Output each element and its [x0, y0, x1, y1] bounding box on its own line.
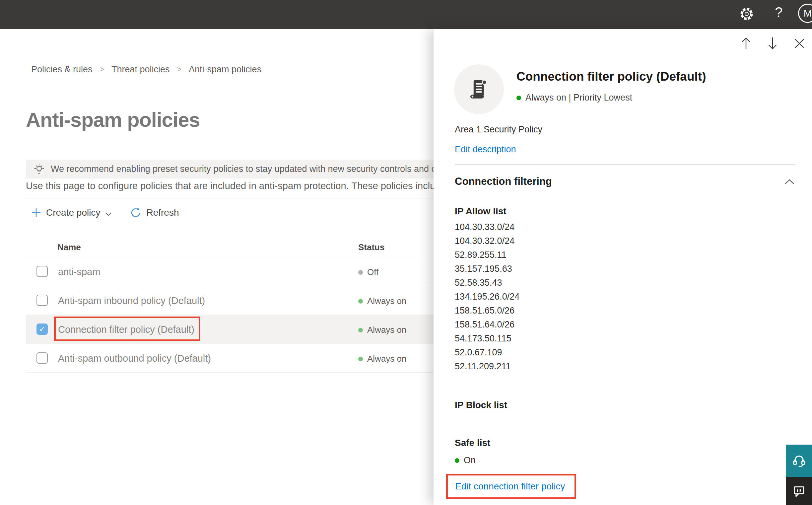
flyout-status: Always on | Priority Lowest	[517, 93, 632, 103]
status-dot	[358, 357, 363, 361]
column-header-name[interactable]: Name	[57, 242, 81, 252]
app-window: ? M Policies & rules>Threat policies>Ant…	[0, 0, 812, 505]
ip-address: 35.157.195.63	[455, 262, 520, 276]
page-title: Anti-spam policies	[26, 108, 200, 131]
banner-text: We recommend enabling preset security po…	[51, 164, 484, 174]
row-checkbox[interactable]	[36, 352, 48, 364]
safe-list-status: On	[455, 455, 476, 466]
breadcrumb-separator: >	[177, 65, 181, 74]
plus-icon	[31, 208, 41, 218]
close-icon[interactable]	[794, 38, 805, 49]
row-checkbox[interactable]	[36, 266, 48, 277]
policy-name[interactable]: Anti-spam inbound policy (Default)	[58, 295, 205, 306]
edit-description-link[interactable]: Edit description	[455, 144, 516, 155]
ip-allow-list-label: IP Allow list	[455, 206, 506, 217]
support-headset-button[interactable]	[786, 445, 812, 477]
ip-address: 104.30.33.0/24	[455, 220, 520, 234]
status-dot	[358, 270, 363, 275]
policy-description: Area 1 Security Policy	[455, 125, 542, 135]
flyout-nav	[741, 37, 805, 50]
avatar[interactable]: M	[798, 4, 812, 23]
ip-address: 52.11.209.211	[455, 359, 520, 373]
next-item-arrow-down-icon[interactable]	[768, 37, 778, 50]
policy-name[interactable]: Connection filter policy (Default)	[58, 324, 194, 335]
breadcrumb-separator: >	[100, 65, 104, 74]
status-dot	[358, 328, 363, 332]
breadcrumb-item[interactable]: Anti-spam policies	[189, 64, 261, 75]
safe-list-value: On	[464, 455, 476, 466]
status-cell: Always on	[358, 354, 407, 364]
scroll-icon	[466, 76, 492, 102]
feedback-chat-button[interactable]	[786, 477, 812, 505]
status-label: Always on	[367, 325, 407, 335]
refresh-label: Refresh	[146, 207, 179, 218]
row-checkbox[interactable]	[36, 295, 48, 306]
ip-address: 134.195.26.0/24	[455, 290, 520, 304]
breadcrumb-item[interactable]: Policies & rules	[31, 64, 92, 75]
ip-address: 52.0.67.109	[455, 345, 520, 359]
policy-avatar	[454, 64, 504, 114]
refresh-icon	[130, 207, 141, 218]
row-checkbox[interactable]: ✓	[36, 324, 48, 335]
status-label: Off	[367, 267, 379, 278]
status-label: Always on	[367, 354, 407, 364]
ip-address: 158.51.65.0/26	[455, 304, 520, 318]
chevron-down-icon	[105, 212, 112, 216]
flyout-title: Connection filter policy (Default)	[517, 70, 706, 83]
command-bar: Create policy Refresh	[31, 205, 179, 220]
policy-name[interactable]: Anti-spam outbound policy (Default)	[58, 353, 211, 364]
create-policy-label: Create policy	[46, 207, 100, 218]
ip-address: 52.89.255.11	[455, 248, 520, 262]
edit-connection-filter-policy-link[interactable]: Edit connection filter policy	[455, 481, 565, 492]
status-dot	[358, 299, 363, 304]
status-cell: Always on	[358, 296, 407, 306]
create-policy-button[interactable]: Create policy	[31, 205, 112, 220]
section-connection-filtering: Connection filtering	[455, 176, 552, 187]
page-description: Use this page to configure policies that…	[26, 180, 446, 191]
ip-allow-list: 104.30.33.0/24104.30.32.0/2452.89.255.11…	[455, 220, 520, 373]
breadcrumb: Policies & rules>Threat policies>Anti-sp…	[31, 64, 261, 75]
flyout-divider	[455, 165, 795, 165]
ip-address: 104.30.32.0/24	[455, 234, 520, 248]
status-label: Always on	[367, 296, 407, 306]
status-cell: Always on	[358, 325, 407, 335]
ip-block-list-label: IP Block list	[455, 400, 507, 410]
status-cell: Off	[358, 267, 379, 278]
status-dot	[455, 458, 459, 463]
headset-icon	[791, 453, 807, 469]
previous-item-arrow-up-icon[interactable]	[741, 37, 751, 50]
policy-name[interactable]: anti-spam	[58, 267, 100, 278]
lightbulb-icon	[33, 163, 45, 175]
help-icon[interactable]: ?	[775, 4, 783, 20]
chevron-up-icon[interactable]	[785, 179, 794, 185]
ip-address: 54.173.50.115	[455, 331, 520, 345]
settings-gear-icon[interactable]	[739, 6, 754, 22]
top-bar: ? M	[0, 0, 812, 29]
column-header-status[interactable]: Status	[358, 242, 384, 252]
details-flyout: Connection filter policy (Default) Alway…	[433, 29, 812, 505]
edit-link-highlight-frame: Edit connection filter policy	[446, 474, 576, 499]
flyout-status-text: Always on | Priority Lowest	[526, 93, 632, 103]
breadcrumb-item[interactable]: Threat policies	[112, 64, 170, 75]
refresh-button[interactable]: Refresh	[130, 205, 179, 220]
ip-address: 158.51.64.0/26	[455, 318, 520, 331]
safe-list-label: Safe list	[455, 438, 490, 448]
chat-bubble-icon	[791, 483, 807, 499]
status-dot	[517, 96, 521, 100]
ip-address: 52.58.35.43	[455, 276, 520, 290]
